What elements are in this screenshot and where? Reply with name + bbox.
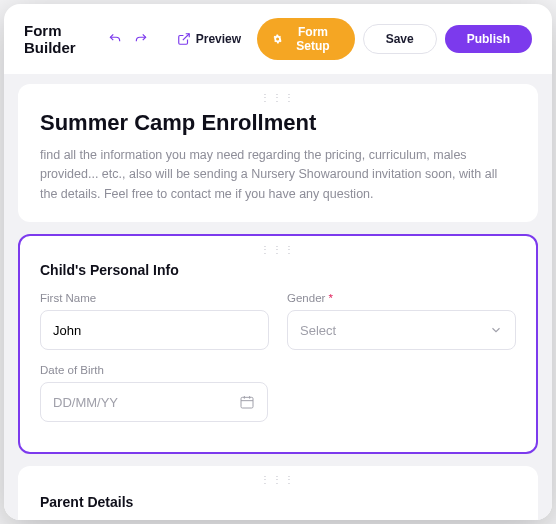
- first-name-text[interactable]: [53, 323, 256, 338]
- undo-icon: [108, 32, 122, 46]
- form-setup-button[interactable]: Form Setup: [257, 18, 355, 60]
- external-link-icon: [177, 32, 191, 46]
- first-name-label: First Name: [40, 292, 269, 304]
- section-child-info[interactable]: ⋮⋮⋮ Child's Personal Info First Name Gen…: [18, 234, 538, 454]
- form-title: Summer Camp Enrollment: [40, 110, 516, 136]
- drag-handle-icon[interactable]: ⋮⋮⋮: [260, 474, 296, 485]
- calendar-icon: [239, 394, 255, 410]
- dob-field: Date of Birth DD/MM/YY: [40, 364, 268, 422]
- section-title: Parent Details: [40, 494, 516, 510]
- dob-input[interactable]: DD/MM/YY: [40, 382, 268, 422]
- section-title: Child's Personal Info: [40, 262, 516, 278]
- section-parent-details[interactable]: ⋮⋮⋮ Parent Details First Name Last Name: [18, 466, 538, 520]
- required-marker: *: [329, 292, 333, 304]
- brand-title: Form Builder: [24, 22, 97, 56]
- undo-button[interactable]: [105, 27, 124, 51]
- redo-button[interactable]: [132, 27, 151, 51]
- first-name-input[interactable]: [40, 310, 269, 350]
- gender-select[interactable]: Select: [287, 310, 516, 350]
- gender-field: Gender * Select: [287, 292, 516, 350]
- dob-label: Date of Birth: [40, 364, 268, 376]
- svg-rect-0: [241, 397, 253, 408]
- field-row: Date of Birth DD/MM/YY: [40, 364, 516, 422]
- redo-icon: [134, 32, 148, 46]
- publish-label: Publish: [467, 32, 510, 46]
- first-name-field: First Name: [40, 292, 269, 350]
- form-header-card[interactable]: ⋮⋮⋮ Summer Camp Enrollment find all the …: [18, 84, 538, 222]
- gender-placeholder: Select: [300, 323, 336, 338]
- form-setup-label: Form Setup: [287, 25, 338, 53]
- preview-button[interactable]: Preview: [169, 28, 249, 50]
- publish-button[interactable]: Publish: [445, 25, 532, 53]
- dob-placeholder: DD/MM/YY: [53, 395, 118, 410]
- gear-icon: [273, 33, 282, 45]
- drag-handle-icon[interactable]: ⋮⋮⋮: [260, 92, 296, 103]
- drag-handle-icon[interactable]: ⋮⋮⋮: [260, 244, 296, 255]
- field-row: First Name Gender * Select: [40, 292, 516, 350]
- gender-label: Gender *: [287, 292, 516, 304]
- save-label: Save: [386, 32, 414, 46]
- save-button[interactable]: Save: [363, 24, 437, 54]
- preview-label: Preview: [196, 32, 241, 46]
- form-canvas: ⋮⋮⋮ Summer Camp Enrollment find all the …: [4, 74, 552, 520]
- toolbar: Form Builder Preview Form Setup Save Pub…: [4, 4, 552, 74]
- app-window: Form Builder Preview Form Setup Save Pub…: [4, 4, 552, 520]
- chevron-down-icon: [489, 323, 503, 337]
- form-description: find all the information you may need re…: [40, 146, 516, 204]
